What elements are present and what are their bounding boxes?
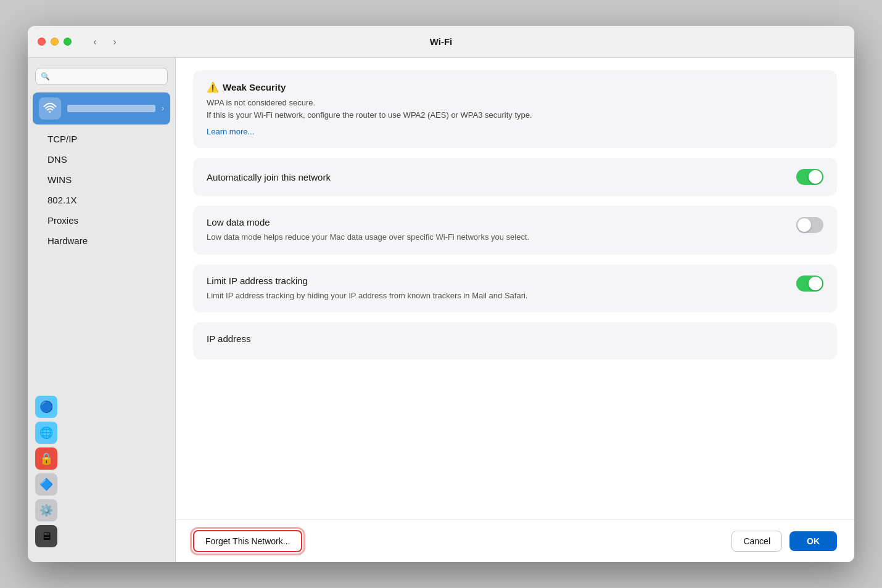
toggle-knob [809,170,822,184]
weak-security-desc: WPA is not considered secure. If this is… [207,97,823,121]
sidebar-item-hardware[interactable]: Hardware [40,231,163,250]
search-bar[interactable]: 🔍 [35,68,168,85]
ip-address-card: IP address [193,322,837,359]
sidebar-item-tcpip[interactable]: TCP/IP [40,129,163,149]
maximize-button[interactable] [64,38,72,46]
forward-button[interactable]: › [106,33,123,51]
chevron-right-icon: › [162,104,164,113]
back-button[interactable]: ‹ [86,33,104,51]
low-data-row: Low data mode Low data mode helps reduce… [207,217,823,243]
limit-ip-card: Limit IP address tracking Limit IP addre… [193,264,837,313]
network-name-redacted [67,105,155,112]
low-data-desc: Low data mode helps reduce your Mac data… [207,231,786,243]
toggle-knob-low-data [798,218,811,232]
ok-button[interactable]: OK [789,531,837,551]
auto-join-label: Automatically join this network [207,172,331,182]
main-window: ‹ › Wi-Fi 🔍 [28,26,854,562]
limit-ip-toggle[interactable] [796,276,823,292]
sidebar-icon-bluetooth[interactable]: 🔵 [35,396,57,418]
sidebar-item-wins[interactable]: WINS [40,170,163,189]
close-button[interactable] [38,38,46,46]
learn-more-link[interactable]: Learn more... [207,127,254,136]
sidebar-item-dns[interactable]: DNS [40,150,163,169]
window-title: Wi-Fi [430,36,453,47]
limit-ip-title: Limit IP address tracking [207,276,786,286]
sidebar: 🔍 › TCP/IP DNS WINS [28,58,176,562]
auto-join-row: Automatically join this network [193,158,837,196]
sidebar-nav-section: TCP/IP DNS WINS 802.1X Proxies Hardware [28,125,175,255]
panel-content: ⚠️ Weak Security WPA is not considered s… [176,58,854,520]
minimize-button[interactable] [51,38,59,46]
titlebar: ‹ › Wi-Fi [28,26,854,58]
sidebar-icon-more[interactable]: ⚙️ [35,499,57,521]
network-list-item[interactable]: › [33,92,170,125]
forget-network-button[interactable]: Forget This Network... [193,530,302,552]
traffic-lights [38,38,72,46]
weak-security-heading: Weak Security [223,82,286,92]
right-panel: ⚠️ Weak Security WPA is not considered s… [176,58,854,562]
footer-right-buttons: Cancel OK [732,531,837,552]
low-data-card: Low data mode Low data mode helps reduce… [193,206,837,255]
cancel-button[interactable]: Cancel [732,531,782,552]
weak-security-title: ⚠️ Weak Security [207,81,823,93]
sidebar-icon-network[interactable]: 🌐 [35,422,57,444]
limit-ip-text: Limit IP address tracking Limit IP addre… [207,276,786,302]
wifi-icon [39,97,61,120]
low-data-title: Low data mode [207,217,786,227]
panel-footer: Forget This Network... Cancel OK [176,520,854,562]
low-data-toggle[interactable] [796,217,823,233]
low-data-text: Low data mode Low data mode helps reduce… [207,217,786,243]
toggle-knob-limit-ip [809,277,822,290]
ip-address-label: IP address [207,333,823,344]
sidebar-icon-vpn[interactable]: 🔒 [35,447,57,470]
sidebar-icon-firewall[interactable]: 🔷 [35,473,57,496]
sidebar-item-proxies[interactable]: Proxies [40,211,163,230]
sidebar-icon-dark[interactable]: 🖥 [35,525,57,547]
weak-security-card: ⚠️ Weak Security WPA is not considered s… [193,70,837,148]
limit-ip-desc: Limit IP address tracking by hiding your… [207,290,786,302]
limit-ip-row: Limit IP address tracking Limit IP addre… [207,276,823,302]
svg-point-0 [49,111,51,113]
nav-controls: ‹ › [86,33,123,51]
search-icon: 🔍 [41,72,50,81]
main-content: 🔍 › TCP/IP DNS WINS [28,58,854,562]
warning-icon: ⚠️ [207,81,219,93]
sidebar-item-8021x[interactable]: 802.1X [40,190,163,210]
auto-join-toggle[interactable] [796,169,823,185]
